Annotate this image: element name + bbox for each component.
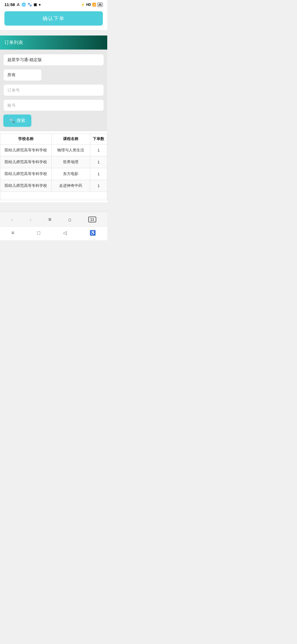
table-row: 阳幼儿师范高等专科学校 世界地理 1 — [0, 156, 107, 168]
table-body: 阳幼儿师范高等专科学校 物理与人类生活 1 阳幼儿师范高等专科学校 世界地理 1… — [0, 144, 107, 200]
cell-school-2: 阳幼儿师范高等专科学校 — [0, 168, 52, 180]
col-header-course: 课程名称 — [51, 134, 90, 144]
status-bar: 11:58 ⚠ 🌐 🐾 ▣ ● ⚡ HD 📶 25 — [0, 0, 107, 8]
system-menu-button[interactable]: ≡ — [12, 230, 15, 236]
search-icon: 🔍 — [9, 118, 15, 123]
search-button-label: 搜索 — [16, 118, 25, 124]
cell-school-0: 阳幼儿师范高等专科学校 — [0, 144, 52, 156]
app-icon: ▣ — [34, 2, 37, 7]
accessibility-button[interactable]: ♿ — [90, 230, 96, 236]
order-list-section: 订单列表 🔍 搜索 学校名称 课程名称 下单数 阳幼儿师范高等专科学校 物理与人… — [0, 36, 107, 202]
signal-icon: 📶 — [92, 3, 96, 7]
status-left: 11:58 ⚠ 🌐 🐾 ▣ ● — [4, 2, 41, 7]
system-nav-bar: ≡ □ ◁ ♿ — [0, 227, 107, 240]
bottom-gap — [0, 203, 107, 212]
order-list-title: 订单列表 — [4, 40, 23, 45]
table-row: 阳幼儿师范高等专科学校 东方电影 1 — [0, 168, 107, 180]
browser-menu-button[interactable]: ≡ — [46, 215, 54, 224]
search-button[interactable]: 🔍 搜索 — [3, 114, 31, 127]
status-right: ⚡ HD 📶 25 — [81, 2, 103, 7]
order-no-input[interactable] — [3, 84, 104, 96]
confirm-area: 确认下单 — [0, 8, 107, 30]
browser-home-button[interactable]: ⌂ — [66, 215, 74, 224]
status-time: 11:58 — [4, 2, 15, 7]
system-back-button[interactable]: ◁ — [63, 230, 67, 236]
platform-filter-input[interactable] — [3, 54, 104, 66]
warning-icon: ⚠ — [16, 2, 20, 7]
hd-label: HD — [86, 3, 91, 7]
browser-tabs-button[interactable]: 11 — [86, 215, 98, 223]
table-row-empty — [0, 192, 107, 200]
battery-indicator: 25 — [97, 2, 103, 7]
browser-forward-button[interactable]: › — [28, 215, 34, 224]
order-list-header: 订单列表 — [0, 36, 107, 50]
col-header-count: 下单数 — [90, 134, 107, 144]
cell-school-3: 阳幼儿师范高等专科学校 — [0, 180, 52, 192]
table-row: 阳幼儿师范高等专科学校 物理与人类生活 1 — [0, 144, 107, 156]
bluetooth-icon: ⚡ — [81, 3, 85, 7]
cell-course-1: 世界地理 — [51, 156, 90, 168]
filter-area: 🔍 搜索 — [0, 50, 107, 131]
cell-course-3: 走进神奇中药 — [51, 180, 90, 192]
cell-school-1: 阳幼儿师范高等专科学校 — [0, 156, 52, 168]
cell-course-2: 东方电影 — [51, 168, 90, 180]
cell-course-0: 物理与人类生活 — [51, 144, 90, 156]
type-filter-input[interactable] — [3, 69, 42, 81]
browser-back-button[interactable]: ‹ — [9, 215, 15, 224]
browser-nav-bar: ‹ › ≡ ⌂ 11 — [0, 212, 107, 227]
vpn-icon: 🌐 — [21, 2, 26, 7]
section-gap — [0, 30, 107, 36]
order-table-area: 学校名称 课程名称 下单数 阳幼儿师范高等专科学校 物理与人类生活 1 阳幼儿师… — [0, 131, 107, 202]
dot-icon: ● — [38, 2, 41, 7]
table-head: 学校名称 课程名称 下单数 — [0, 134, 107, 144]
cell-count-0: 1 — [90, 144, 107, 156]
cell-count-1: 1 — [90, 156, 107, 168]
system-home-button[interactable]: □ — [37, 230, 40, 236]
table-row: 阳幼儿师范高等专科学校 走进神奇中药 1 — [0, 180, 107, 192]
baidu-icon: 🐾 — [28, 2, 32, 7]
col-header-school: 学校名称 — [0, 134, 52, 144]
confirm-order-button[interactable]: 确认下单 — [4, 11, 103, 26]
tab-count: 11 — [88, 217, 96, 222]
cell-count-3: 1 — [90, 180, 107, 192]
order-table: 学校名称 课程名称 下单数 阳幼儿师范高等专科学校 物理与人类生活 1 阳幼儿师… — [0, 133, 107, 200]
cell-count-2: 1 — [90, 168, 107, 180]
account-input[interactable] — [3, 99, 104, 111]
